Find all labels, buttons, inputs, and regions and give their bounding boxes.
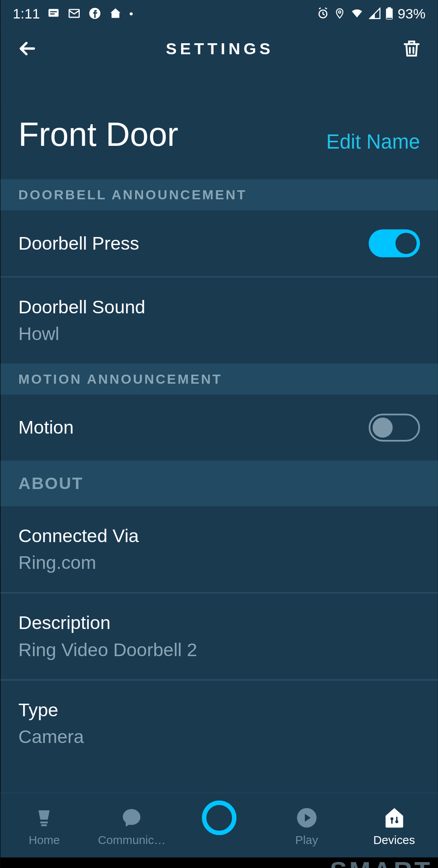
device-name-row: Front Door Edit Name	[0, 70, 438, 179]
svg-rect-16	[396, 817, 397, 820]
motion-toggle[interactable]	[368, 414, 420, 441]
bottom-tab-bar: Home Communic… Play Devices	[0, 793, 438, 857]
play-tab-icon	[295, 804, 318, 831]
row-type[interactable]: Type Camera	[0, 680, 438, 753]
svg-rect-0	[48, 9, 59, 17]
svg-point-6	[338, 11, 341, 13]
svg-rect-9	[386, 18, 392, 19]
app-screen: 1:11 •	[0, 0, 438, 868]
row-motion[interactable]: Motion	[0, 395, 438, 461]
tab-home-label: Home	[28, 833, 60, 846]
messages-icon	[46, 7, 60, 20]
devices-tab-icon	[382, 804, 406, 831]
edit-name-button[interactable]: Edit Name	[326, 130, 420, 154]
svg-rect-8	[387, 7, 391, 9]
svg-rect-2	[50, 13, 54, 15]
section-doorbell-announcement: DOORBELL ANNOUNCEMENT	[0, 179, 438, 211]
home-icon	[108, 7, 122, 20]
section-motion-announcement: MOTION ANNOUNCEMENT	[0, 363, 438, 395]
facebook-icon	[88, 7, 101, 20]
communicate-tab-icon	[120, 804, 143, 831]
tab-home[interactable]: Home	[5, 804, 83, 847]
status-bar: 1:11 •	[0, 0, 438, 27]
doorbell-sound-label: Doorbell Sound	[18, 296, 420, 318]
status-time: 1:11	[13, 5, 40, 21]
row-description[interactable]: Description Ring Video Doorbell 2	[0, 593, 438, 680]
doorbell-press-label: Doorbell Press	[18, 233, 368, 254]
connected-via-label: Connected Via	[18, 525, 420, 546]
doorbell-sound-value: Howl	[18, 323, 420, 344]
type-label: Type	[18, 699, 420, 721]
delete-button[interactable]	[401, 37, 422, 60]
back-button[interactable]	[16, 37, 38, 60]
device-name: Front Door	[18, 115, 178, 154]
motion-label: Motion	[18, 417, 368, 438]
type-value: Camera	[18, 726, 420, 747]
alarm-icon	[316, 7, 330, 20]
svg-rect-11	[41, 824, 47, 826]
svg-rect-1	[50, 11, 57, 12]
more-notifications-icon: •	[129, 8, 133, 19]
cell-signal-icon	[368, 7, 381, 19]
location-icon	[334, 7, 345, 20]
description-label: Description	[18, 612, 420, 634]
tab-play[interactable]: Play	[268, 804, 346, 847]
svg-rect-10	[40, 821, 48, 823]
description-value: Ring Video Doorbell 2	[18, 639, 420, 660]
tab-play-label: Play	[295, 833, 318, 846]
svg-rect-14	[391, 820, 392, 824]
gmail-icon	[66, 7, 81, 20]
tab-alexa[interactable]	[180, 804, 258, 847]
row-connected-via[interactable]: Connected Via Ring.com	[0, 506, 438, 594]
connected-via-value: Ring.com	[18, 552, 420, 573]
header-title: SETTINGS	[38, 39, 401, 58]
doorbell-press-toggle[interactable]	[368, 230, 420, 257]
alexa-tab-icon	[202, 804, 236, 831]
row-doorbell-sound[interactable]: Doorbell Sound Howl	[0, 278, 438, 364]
wifi-icon	[350, 7, 364, 19]
row-doorbell-press[interactable]: Doorbell Press	[0, 210, 438, 277]
tab-devices-label: Devices	[373, 833, 415, 846]
battery-percent: 93%	[398, 5, 425, 21]
battery-icon	[385, 7, 393, 20]
tab-devices[interactable]: Devices	[355, 804, 433, 847]
android-nav-bar: ‹	[0, 857, 438, 868]
tab-communicate[interactable]: Communic…	[92, 804, 170, 847]
tab-communicate-label: Communic…	[98, 833, 165, 846]
home-tab-icon	[33, 804, 55, 831]
section-about: ABOUT	[0, 461, 438, 506]
app-header: SETTINGS	[0, 27, 438, 70]
